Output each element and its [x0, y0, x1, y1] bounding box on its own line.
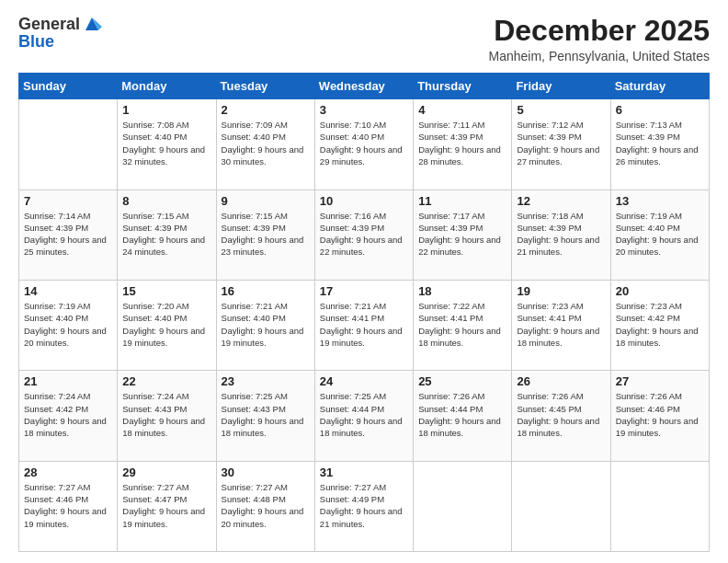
calendar-cell: 30Sunrise: 7:27 AMSunset: 4:48 PMDayligh…: [216, 461, 314, 551]
month-title: December 2025: [489, 15, 710, 47]
calendar-cell: 23Sunrise: 7:25 AMSunset: 4:43 PMDayligh…: [216, 371, 314, 461]
day-info: Sunrise: 7:26 AMSunset: 4:45 PMDaylight:…: [517, 390, 605, 439]
calendar-cell: 5Sunrise: 7:12 AMSunset: 4:39 PMDaylight…: [512, 99, 610, 190]
day-info: Sunrise: 7:25 AMSunset: 4:43 PMDaylight:…: [222, 390, 310, 439]
calendar-cell: 27Sunrise: 7:26 AMSunset: 4:46 PMDayligh…: [610, 371, 709, 461]
calendar-cell: 8Sunrise: 7:15 AMSunset: 4:39 PMDaylight…: [118, 190, 216, 280]
calendar-cell: 13Sunrise: 7:19 AMSunset: 4:40 PMDayligh…: [610, 190, 709, 280]
day-info: Sunrise: 7:19 AMSunset: 4:40 PMDaylight:…: [616, 210, 704, 259]
location: Manheim, Pennsylvania, United States: [489, 49, 710, 63]
day-info: Sunrise: 7:17 AMSunset: 4:39 PMDaylight:…: [418, 210, 506, 259]
calendar-cell: 20Sunrise: 7:23 AMSunset: 4:42 PMDayligh…: [610, 280, 709, 370]
calendar-cell: 7Sunrise: 7:14 AMSunset: 4:39 PMDaylight…: [19, 190, 118, 280]
day-info: Sunrise: 7:24 AMSunset: 4:42 PMDaylight:…: [24, 390, 112, 439]
col-header-tuesday: Tuesday: [216, 74, 314, 99]
calendar-cell: 26Sunrise: 7:26 AMSunset: 4:45 PMDayligh…: [512, 371, 610, 461]
title-block: December 2025 Manheim, Pennsylvania, Uni…: [489, 15, 710, 63]
calendar-cell: [610, 461, 709, 551]
col-header-monday: Monday: [118, 74, 216, 99]
calendar-header-row: SundayMondayTuesdayWednesdayThursdayFrid…: [19, 74, 710, 99]
day-info: Sunrise: 7:16 AMSunset: 4:39 PMDaylight:…: [320, 210, 408, 259]
calendar-cell: 11Sunrise: 7:17 AMSunset: 4:39 PMDayligh…: [414, 190, 512, 280]
calendar-cell: [512, 461, 610, 551]
day-number: 22: [122, 374, 210, 388]
day-info: Sunrise: 7:24 AMSunset: 4:43 PMDaylight:…: [122, 390, 210, 439]
calendar-week-row: 14Sunrise: 7:19 AMSunset: 4:40 PMDayligh…: [19, 280, 710, 370]
calendar-cell: 16Sunrise: 7:21 AMSunset: 4:40 PMDayligh…: [216, 280, 314, 370]
calendar-cell: 2Sunrise: 7:09 AMSunset: 4:40 PMDaylight…: [216, 99, 314, 190]
day-info: Sunrise: 7:22 AMSunset: 4:41 PMDaylight:…: [418, 300, 506, 349]
calendar-cell: 22Sunrise: 7:24 AMSunset: 4:43 PMDayligh…: [118, 371, 216, 461]
day-number: 6: [616, 103, 704, 117]
day-number: 31: [320, 465, 408, 479]
col-header-wednesday: Wednesday: [314, 74, 413, 99]
calendar-cell: 31Sunrise: 7:27 AMSunset: 4:49 PMDayligh…: [314, 461, 413, 551]
col-header-friday: Friday: [512, 74, 610, 99]
calendar-cell: 12Sunrise: 7:18 AMSunset: 4:39 PMDayligh…: [512, 190, 610, 280]
day-info: Sunrise: 7:14 AMSunset: 4:39 PMDaylight:…: [24, 210, 112, 259]
calendar-cell: [414, 461, 512, 551]
day-info: Sunrise: 7:12 AMSunset: 4:39 PMDaylight:…: [517, 119, 605, 167]
day-number: 19: [517, 284, 605, 298]
calendar-cell: 14Sunrise: 7:19 AMSunset: 4:40 PMDayligh…: [19, 280, 118, 370]
day-number: 25: [418, 374, 506, 388]
day-info: Sunrise: 7:23 AMSunset: 4:41 PMDaylight:…: [517, 300, 605, 349]
day-number: 11: [418, 194, 506, 208]
day-info: Sunrise: 7:27 AMSunset: 4:49 PMDaylight:…: [320, 481, 408, 530]
calendar-cell: 18Sunrise: 7:22 AMSunset: 4:41 PMDayligh…: [414, 280, 512, 370]
logo: General Blue: [18, 15, 102, 52]
day-number: 4: [418, 103, 506, 117]
day-info: Sunrise: 7:21 AMSunset: 4:41 PMDaylight:…: [320, 300, 408, 349]
calendar-cell: 17Sunrise: 7:21 AMSunset: 4:41 PMDayligh…: [314, 280, 413, 370]
calendar-cell: 1Sunrise: 7:08 AMSunset: 4:40 PMDaylight…: [118, 99, 216, 190]
day-info: Sunrise: 7:10 AMSunset: 4:40 PMDaylight:…: [320, 119, 408, 167]
calendar-cell: 4Sunrise: 7:11 AMSunset: 4:39 PMDaylight…: [414, 99, 512, 190]
day-number: 27: [616, 374, 704, 388]
header: General Blue December 2025 Manheim, Penn…: [18, 15, 710, 63]
day-number: 15: [122, 284, 210, 298]
day-number: 3: [320, 103, 408, 117]
day-info: Sunrise: 7:15 AMSunset: 4:39 PMDaylight:…: [222, 210, 310, 259]
day-number: 18: [418, 284, 506, 298]
day-info: Sunrise: 7:20 AMSunset: 4:40 PMDaylight:…: [122, 300, 210, 349]
calendar-cell: 25Sunrise: 7:26 AMSunset: 4:44 PMDayligh…: [414, 371, 512, 461]
day-number: 1: [122, 103, 210, 117]
calendar-week-row: 28Sunrise: 7:27 AMSunset: 4:46 PMDayligh…: [19, 461, 710, 551]
day-info: Sunrise: 7:21 AMSunset: 4:40 PMDaylight:…: [222, 300, 310, 349]
logo-general-text: General: [18, 15, 80, 34]
logo-icon: [82, 14, 102, 34]
calendar-cell: 6Sunrise: 7:13 AMSunset: 4:39 PMDaylight…: [610, 99, 709, 190]
day-number: 24: [320, 374, 408, 388]
day-info: Sunrise: 7:27 AMSunset: 4:47 PMDaylight:…: [122, 481, 210, 530]
day-number: 16: [222, 284, 310, 298]
day-info: Sunrise: 7:18 AMSunset: 4:39 PMDaylight:…: [517, 210, 605, 259]
col-header-sunday: Sunday: [19, 74, 118, 99]
day-number: 13: [616, 194, 704, 208]
day-number: 20: [616, 284, 704, 298]
day-number: 5: [517, 103, 605, 117]
day-number: 29: [122, 465, 210, 479]
calendar-cell: 21Sunrise: 7:24 AMSunset: 4:42 PMDayligh…: [19, 371, 118, 461]
day-number: 2: [222, 103, 310, 117]
day-number: 17: [320, 284, 408, 298]
day-info: Sunrise: 7:09 AMSunset: 4:40 PMDaylight:…: [222, 119, 310, 167]
day-info: Sunrise: 7:19 AMSunset: 4:40 PMDaylight:…: [24, 300, 112, 349]
day-number: 23: [222, 374, 310, 388]
page: General Blue December 2025 Manheim, Penn…: [0, 0, 728, 563]
calendar-cell: 24Sunrise: 7:25 AMSunset: 4:44 PMDayligh…: [314, 371, 413, 461]
day-info: Sunrise: 7:23 AMSunset: 4:42 PMDaylight:…: [616, 300, 704, 349]
col-header-saturday: Saturday: [610, 74, 709, 99]
calendar-cell: 19Sunrise: 7:23 AMSunset: 4:41 PMDayligh…: [512, 280, 610, 370]
calendar-week-row: 1Sunrise: 7:08 AMSunset: 4:40 PMDaylight…: [19, 99, 710, 190]
day-info: Sunrise: 7:26 AMSunset: 4:46 PMDaylight:…: [616, 390, 704, 439]
day-info: Sunrise: 7:27 AMSunset: 4:48 PMDaylight:…: [222, 481, 310, 530]
calendar-cell: 9Sunrise: 7:15 AMSunset: 4:39 PMDaylight…: [216, 190, 314, 280]
day-number: 30: [222, 465, 310, 479]
day-info: Sunrise: 7:15 AMSunset: 4:39 PMDaylight:…: [122, 210, 210, 259]
day-number: 12: [517, 194, 605, 208]
day-number: 26: [517, 374, 605, 388]
day-info: Sunrise: 7:11 AMSunset: 4:39 PMDaylight:…: [418, 119, 506, 167]
day-number: 7: [24, 194, 112, 208]
day-info: Sunrise: 7:25 AMSunset: 4:44 PMDaylight:…: [320, 390, 408, 439]
day-number: 10: [320, 194, 408, 208]
